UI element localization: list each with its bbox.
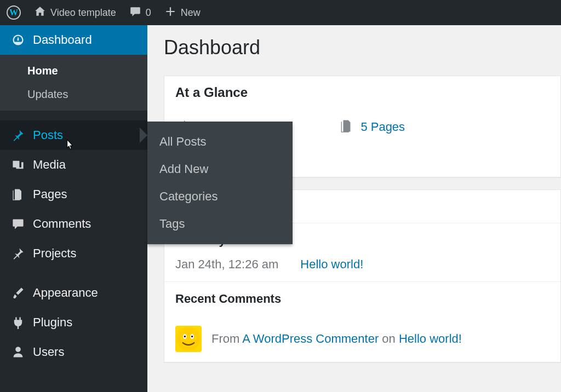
comment-meta: From A WordPress Commenter on Hello worl… bbox=[211, 332, 462, 346]
comment-post-link[interactable]: Hello world! bbox=[399, 332, 462, 345]
sidebar-item-plugins[interactable]: Plugins bbox=[0, 308, 147, 337]
pages-icon bbox=[11, 188, 25, 201]
comment-count: 0 bbox=[146, 7, 151, 19]
flyout-all-posts[interactable]: All Posts bbox=[147, 128, 293, 155]
site-title: Video template bbox=[50, 7, 116, 19]
menu-label: Appearance bbox=[33, 286, 98, 300]
section-title: Recent Comments bbox=[175, 292, 549, 306]
comment-row: From A WordPress Commenter on Hello worl… bbox=[175, 316, 549, 352]
sidebar-item-pages[interactable]: Pages bbox=[0, 180, 147, 209]
page-title: Dashboard bbox=[164, 36, 561, 59]
dashboard-submenu: Home Updates bbox=[0, 55, 147, 111]
svg-point-0 bbox=[176, 327, 201, 351]
flyout-add-new[interactable]: Add New bbox=[147, 155, 293, 183]
menu-label: Dashboard bbox=[33, 33, 92, 47]
dashboard-icon bbox=[11, 33, 25, 47]
admin-bar: W Video template 0 New bbox=[0, 0, 561, 25]
commenter-link[interactable]: A WordPress Commenter bbox=[242, 332, 379, 345]
sidebar-item-posts[interactable]: Posts bbox=[0, 120, 147, 150]
menu-label: Posts bbox=[33, 128, 63, 142]
menu-label: Pages bbox=[33, 187, 67, 201]
post-link[interactable]: Hello world! bbox=[300, 257, 363, 272]
brush-icon bbox=[11, 286, 25, 299]
commenter-avatar bbox=[175, 326, 202, 352]
sidebar-item-appearance[interactable]: Appearance bbox=[0, 278, 147, 308]
wordpress-logo-icon: W bbox=[7, 5, 21, 20]
posts-flyout-submenu: All Posts Add New Categories Tags bbox=[147, 122, 293, 244]
flyout-categories[interactable]: Categories bbox=[147, 183, 293, 210]
sidebar-item-media[interactable]: Media bbox=[0, 150, 147, 180]
recent-comments-section: Recent Comments From A WordPress Comment… bbox=[164, 281, 560, 362]
menu-separator bbox=[0, 111, 147, 120]
comments-link[interactable]: 0 bbox=[123, 0, 158, 25]
sidebar-item-projects[interactable]: Projects bbox=[0, 239, 147, 268]
sidebar-item-dashboard[interactable]: Dashboard bbox=[0, 25, 147, 55]
pin-icon bbox=[11, 129, 25, 142]
wp-logo-menu[interactable]: W bbox=[0, 0, 27, 25]
svg-point-3 bbox=[184, 336, 186, 337]
plus-icon bbox=[164, 5, 176, 20]
sidebar-item-users[interactable]: Users bbox=[0, 337, 147, 367]
site-name-link[interactable]: Video template bbox=[27, 0, 123, 25]
menu-label: Media bbox=[33, 158, 66, 172]
comment-icon bbox=[11, 217, 25, 230]
widget-header: At a Glance bbox=[164, 76, 560, 109]
menu-separator bbox=[0, 268, 147, 278]
flyout-tags[interactable]: Tags bbox=[147, 210, 293, 238]
sidebar-item-comments[interactable]: Comments bbox=[0, 209, 147, 239]
comment-icon bbox=[129, 5, 141, 20]
pages-count-link[interactable]: 5 Pages bbox=[360, 120, 405, 134]
new-content-link[interactable]: New bbox=[158, 0, 207, 25]
menu-label: Comments bbox=[33, 217, 91, 231]
media-icon bbox=[11, 158, 25, 171]
svg-point-4 bbox=[191, 336, 193, 337]
pages-icon bbox=[340, 119, 354, 135]
new-label: New bbox=[181, 7, 201, 19]
plug-icon bbox=[11, 316, 25, 329]
menu-label: Plugins bbox=[33, 315, 72, 330]
submenu-updates[interactable]: Updates bbox=[0, 83, 147, 106]
menu-label: Projects bbox=[33, 246, 76, 261]
menu-label: Users bbox=[33, 345, 64, 359]
admin-sidebar: Dashboard Home Updates Posts Media Pages… bbox=[0, 25, 147, 392]
glance-pages[interactable]: 5 Pages bbox=[340, 119, 405, 135]
user-icon bbox=[11, 345, 25, 359]
publish-date: Jan 24th, 12:26 am bbox=[175, 257, 278, 272]
home-icon bbox=[34, 5, 46, 20]
submenu-home[interactable]: Home bbox=[0, 59, 147, 83]
pin-icon bbox=[11, 247, 25, 260]
